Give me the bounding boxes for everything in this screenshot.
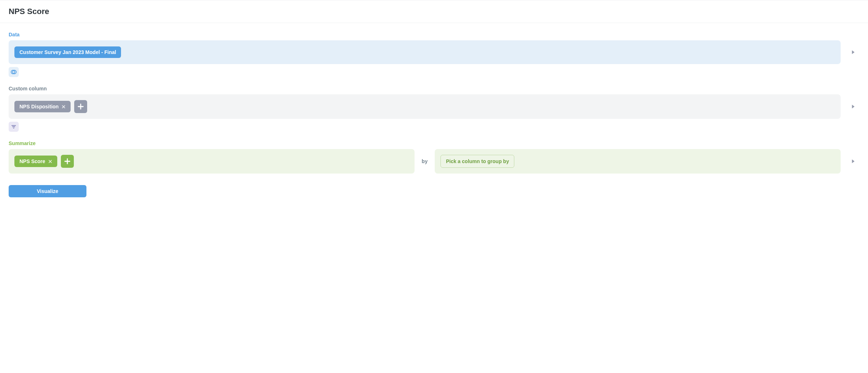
data-section: Data Customer Survey Jan 2023 Model - Fi… [9, 32, 859, 77]
summarize-section: Summarize NPS Score by Pick a col [9, 140, 859, 174]
data-source-pill[interactable]: Customer Survey Jan 2023 Model - Final [14, 46, 121, 58]
close-icon[interactable] [62, 105, 66, 109]
data-well[interactable]: Customer Survey Jan 2023 Model - Final [9, 40, 841, 64]
add-metric-button[interactable] [61, 155, 74, 168]
data-row: Customer Survey Jan 2023 Model - Final [9, 40, 859, 64]
visualize-button[interactable]: Visualize [9, 185, 86, 197]
add-custom-column-button[interactable] [74, 100, 87, 113]
custom-column-pill[interactable]: NPS Disposition [14, 101, 71, 112]
svg-rect-3 [12, 126, 15, 127]
custom-column-pill-label: NPS Disposition [19, 104, 59, 109]
page-header: NPS Score [0, 0, 868, 23]
data-source-pill-label: Customer Survey Jan 2023 Model - Final [19, 49, 116, 55]
summarize-groupby-well: Pick a column to group by [435, 149, 841, 174]
summarize-metrics-well: NPS Score [9, 149, 415, 174]
page-title: NPS Score [9, 7, 859, 16]
caret-right-icon [851, 50, 856, 55]
filter-button[interactable] [9, 122, 19, 132]
close-icon[interactable] [48, 159, 52, 163]
custom-column-well: NPS Disposition [9, 94, 841, 119]
custom-column-row: NPS Disposition [9, 94, 859, 119]
plus-icon [64, 158, 71, 165]
query-builder: Data Customer Survey Jan 2023 Model - Fi… [0, 23, 868, 206]
expand-customcol-caret[interactable] [851, 104, 859, 109]
svg-rect-2 [12, 125, 16, 126]
caret-right-icon [851, 159, 856, 164]
expand-summarize-caret[interactable] [851, 159, 859, 164]
caret-right-icon [851, 104, 856, 109]
plus-icon [77, 103, 84, 110]
join-data-button[interactable] [9, 67, 19, 77]
metric-pill[interactable]: NPS Score [14, 156, 57, 167]
summarize-label: Summarize [9, 140, 859, 146]
filter-icon [11, 124, 16, 129]
svg-rect-4 [13, 128, 14, 129]
venn-icon [11, 69, 17, 75]
summarize-row-wrap: NPS Score by Pick a column to group by [9, 149, 859, 174]
groupby-picker[interactable]: Pick a column to group by [440, 155, 514, 168]
by-label: by [422, 158, 428, 164]
expand-data-caret[interactable] [851, 50, 859, 55]
data-section-label: Data [9, 32, 859, 37]
custom-column-section: Custom column NPS Disposition [9, 86, 859, 132]
metric-pill-label: NPS Score [19, 158, 45, 164]
custom-column-label: Custom column [9, 86, 859, 91]
